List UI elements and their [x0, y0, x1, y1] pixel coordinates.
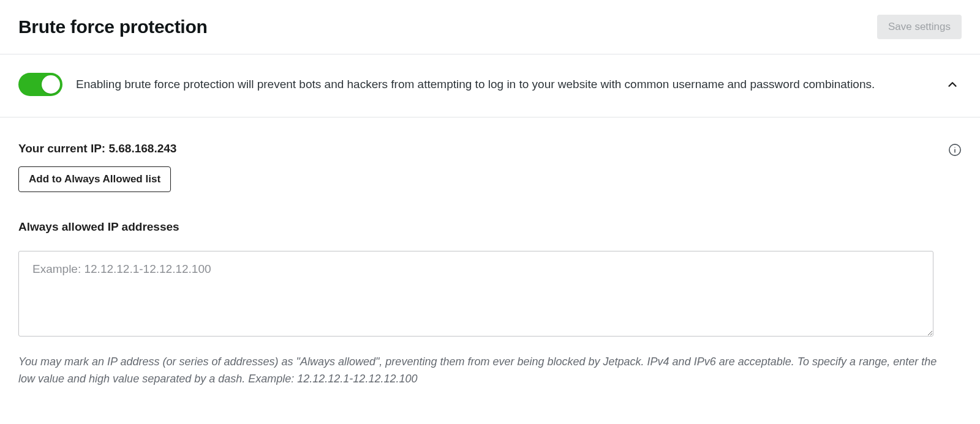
- save-settings-button[interactable]: Save settings: [877, 15, 962, 39]
- info-icon: [948, 143, 962, 157]
- current-ip-label: Your current IP: 5.68.168.243: [18, 142, 176, 155]
- allowed-ip-label: Always allowed IP addresses: [18, 220, 962, 234]
- brute-force-toggle-row: Enabling brute force protection will pre…: [0, 54, 980, 117]
- brute-force-toggle[interactable]: [18, 73, 62, 96]
- allowed-ip-textarea[interactable]: [18, 251, 933, 337]
- chevron-up-icon: [946, 78, 959, 91]
- add-to-allowed-button[interactable]: Add to Always Allowed list: [18, 166, 171, 192]
- current-ip-row: Your current IP: 5.68.168.243 Add to Alw…: [18, 142, 962, 192]
- svg-point-2: [954, 147, 955, 147]
- page-title: Brute force protection: [18, 17, 207, 37]
- info-button[interactable]: [948, 143, 962, 157]
- brute-force-description: Enabling brute force protection will pre…: [76, 75, 918, 93]
- settings-header: Brute force protection Save settings: [0, 0, 980, 54]
- toggle-knob-icon: [42, 75, 60, 94]
- brute-force-body: Your current IP: 5.68.168.243 Add to Alw…: [0, 117, 980, 394]
- allowed-ip-help-text: You may mark an IP address (or series of…: [18, 354, 937, 388]
- collapse-section-button[interactable]: [943, 75, 962, 94]
